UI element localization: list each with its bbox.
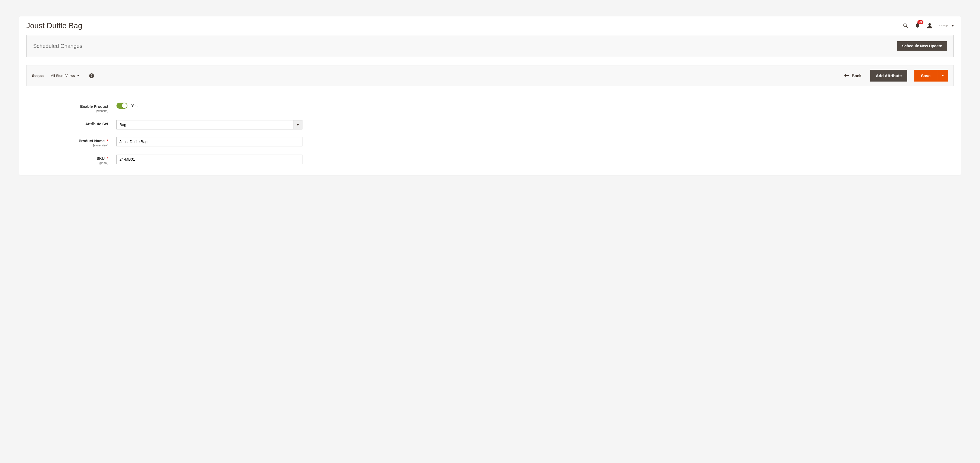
- user-icon[interactable]: [927, 23, 933, 29]
- scope-label: Scope:: [32, 73, 44, 78]
- back-label: Back: [852, 73, 862, 78]
- enable-product-label: Enable Product: [80, 104, 108, 109]
- arrow-left-icon: [844, 73, 849, 78]
- attribute-set-row: Attribute Set: [26, 120, 954, 129]
- help-icon[interactable]: ?: [89, 73, 94, 78]
- back-button[interactable]: Back: [844, 73, 862, 78]
- product-name-label: Product Name: [79, 139, 105, 143]
- required-indicator: *: [107, 156, 108, 161]
- enable-product-row: Enable Product [website] Yes: [26, 103, 954, 112]
- page-title: Joust Duffle Bag: [26, 21, 903, 30]
- enable-product-toggle[interactable]: [116, 103, 127, 109]
- page-header: Joust Duffle Bag 39 admin: [26, 16, 954, 35]
- enable-product-value: Yes: [131, 104, 138, 108]
- sku-input[interactable]: [116, 155, 302, 164]
- caret-down-icon: [77, 75, 79, 77]
- notification-badge: 39: [917, 20, 923, 24]
- admin-dropdown[interactable]: admin: [939, 24, 954, 28]
- caret-down-icon: [951, 25, 954, 27]
- attribute-set-dropdown-button[interactable]: [293, 120, 302, 129]
- enable-product-scope: [website]: [26, 109, 108, 112]
- sku-row: SKU * [global]: [26, 155, 954, 164]
- product-name-input[interactable]: [116, 137, 302, 146]
- attribute-set-input[interactable]: [116, 120, 293, 129]
- add-attribute-button[interactable]: Add Attribute: [870, 70, 907, 81]
- notifications-icon[interactable]: 39: [915, 22, 921, 29]
- save-button[interactable]: Save: [915, 70, 937, 81]
- scheduled-changes-box: Scheduled Changes Schedule New Update: [26, 35, 954, 57]
- scheduled-changes-title: Scheduled Changes: [33, 43, 897, 49]
- product-form: Enable Product [website] Yes Attribute S…: [19, 86, 961, 175]
- attribute-set-label: Attribute Set: [85, 122, 108, 126]
- product-name-row: Product Name * [store view]: [26, 137, 954, 147]
- schedule-new-update-button[interactable]: Schedule New Update: [897, 42, 947, 51]
- scope-dropdown[interactable]: All Store Views: [51, 73, 79, 78]
- search-icon[interactable]: [903, 23, 908, 29]
- toolbar: Scope: All Store Views ? Back Add Attrib…: [26, 65, 954, 86]
- save-button-group: Save: [915, 70, 948, 81]
- admin-label: admin: [939, 24, 948, 28]
- save-dropdown-button[interactable]: [937, 70, 948, 81]
- scope-value: All Store Views: [51, 73, 75, 78]
- product-name-scope: [store view]: [26, 144, 108, 147]
- sku-scope: [global]: [26, 161, 108, 164]
- required-indicator: *: [107, 139, 108, 143]
- sku-label: SKU: [97, 156, 105, 161]
- attribute-set-combo[interactable]: [116, 120, 302, 129]
- caret-down-icon: [297, 124, 299, 126]
- toggle-knob: [122, 103, 127, 108]
- caret-down-icon: [942, 75, 944, 77]
